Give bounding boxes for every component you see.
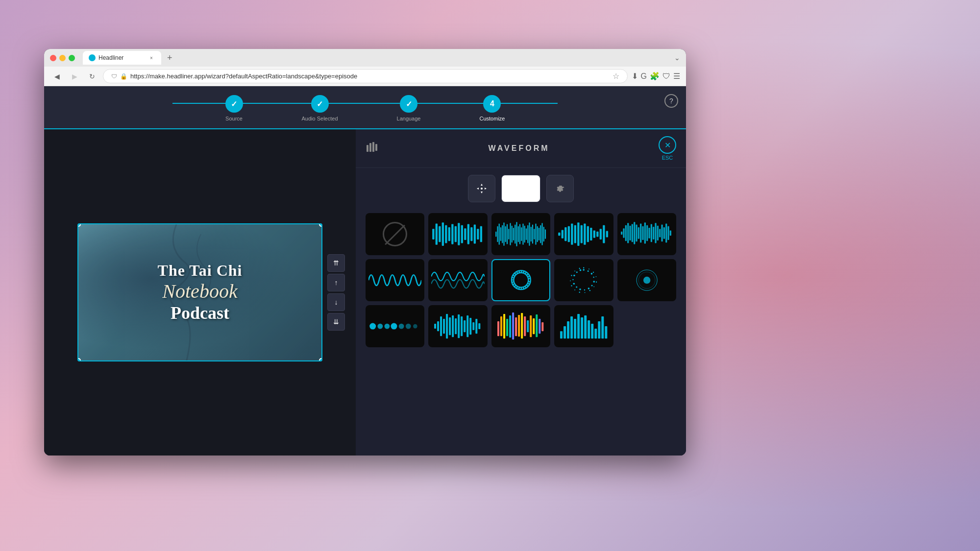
move-up-button[interactable]: ↑: [327, 274, 345, 291]
svg-rect-58: [574, 225, 576, 243]
move-up-top-button[interactable]: ⇈: [327, 254, 345, 272]
svg-point-115: [594, 286, 595, 287]
waveform-double-wave[interactable]: [428, 259, 487, 301]
svg-rect-160: [524, 316, 526, 336]
podcast-title-line1: The Tai Chi: [158, 262, 243, 280]
new-tab-button[interactable]: +: [163, 53, 176, 63]
svg-rect-155: [509, 315, 511, 337]
svg-rect-77: [637, 227, 639, 239]
svg-point-105: [573, 283, 575, 285]
svg-point-103: [579, 288, 581, 290]
step-audio-circle: ✓: [311, 95, 329, 113]
minimize-window-button[interactable]: [59, 55, 66, 61]
svg-rect-57: [571, 223, 573, 244]
settings-tool-button[interactable]: [546, 175, 574, 202]
step-customize[interactable]: 4 Customize: [479, 95, 505, 121]
svg-point-128: [369, 323, 376, 329]
svg-rect-172: [577, 314, 580, 338]
svg-rect-48: [539, 228, 539, 240]
url-bar[interactable]: 🛡 🔒 https://make.headliner.app/wizard?de…: [103, 69, 628, 83]
move-tool-button[interactable]: [468, 175, 495, 202]
svg-point-130: [385, 324, 390, 329]
svg-rect-80: [644, 222, 645, 243]
svg-rect-3: [375, 144, 377, 151]
panel-title: WAVEFORM: [385, 144, 653, 153]
step-language[interactable]: ✓ Language: [397, 95, 421, 121]
download-icon[interactable]: ⬇: [632, 72, 638, 81]
svg-rect-69: [621, 232, 622, 235]
svg-rect-16: [467, 224, 469, 244]
move-down-button[interactable]: ↓: [327, 293, 345, 311]
svg-rect-167: [560, 331, 563, 338]
waveform-ring[interactable]: [491, 259, 550, 301]
svg-rect-26: [503, 222, 504, 246]
svg-rect-72: [627, 223, 629, 243]
podcast-title-line2: Notebook: [158, 280, 243, 303]
tab-collapse-button[interactable]: ⌄: [674, 54, 680, 62]
svg-point-133: [406, 324, 411, 329]
podcast-card-container[interactable]: The Tai Chi Notebook Podcast: [77, 223, 322, 361]
esc-close-button[interactable]: ✕: [659, 136, 676, 154]
browser-tab-headliner[interactable]: Headliner ×: [83, 51, 161, 65]
waveform-dot-row[interactable]: [366, 305, 424, 347]
extensions-icon[interactable]: 🧩: [650, 72, 660, 81]
svg-rect-146: [467, 315, 469, 337]
step-audio-selected[interactable]: ✓ Audio Selected: [302, 95, 338, 121]
svg-point-95: [583, 269, 585, 271]
svg-point-121: [570, 280, 571, 281]
svg-rect-142: [455, 318, 457, 334]
waveform-thin-ring[interactable]: [617, 259, 676, 301]
svg-point-106: [573, 279, 574, 280]
back-button[interactable]: ◀: [50, 70, 64, 83]
resize-handle-bottom-left[interactable]: [77, 358, 81, 361]
svg-rect-43: [530, 227, 531, 241]
waveform-mid-bars[interactable]: [428, 305, 487, 347]
svg-rect-147: [470, 318, 472, 335]
svg-rect-11: [452, 224, 454, 244]
podcast-text: The Tai Chi Notebook Podcast: [153, 257, 247, 328]
resize-handle-bottom-right[interactable]: [319, 358, 322, 361]
svg-point-127: [643, 277, 650, 284]
svg-rect-76: [636, 224, 637, 241]
svg-rect-46: [535, 223, 536, 244]
close-window-button[interactable]: [50, 55, 56, 61]
waveform-thin-bars[interactable]: [617, 213, 676, 255]
bookmark-icon[interactable]: ☆: [612, 72, 619, 81]
svg-rect-149: [476, 319, 478, 334]
svg-point-123: [574, 270, 575, 271]
waveform-dense-bars[interactable]: [491, 213, 550, 255]
waveform-dot-circle[interactable]: [554, 259, 613, 301]
svg-rect-30: [510, 223, 511, 245]
waveform-center-bars[interactable]: [554, 213, 613, 255]
refresh-button[interactable]: ↻: [85, 70, 99, 83]
svg-rect-64: [593, 230, 595, 238]
svg-rect-61: [584, 223, 586, 244]
svg-rect-144: [461, 316, 463, 336]
waveform-classic-bars[interactable]: [428, 213, 487, 255]
svg-point-111: [588, 268, 589, 269]
move-down-bottom-button[interactable]: ⇊: [327, 313, 345, 331]
svg-point-131: [391, 323, 397, 329]
svg-rect-7: [439, 226, 441, 242]
waveform-none[interactable]: [366, 213, 424, 255]
waveform-partial-bars[interactable]: [554, 305, 613, 347]
waveform-grid: [356, 209, 686, 455]
svg-rect-20: [480, 226, 482, 242]
maximize-window-button[interactable]: [69, 55, 75, 61]
svg-rect-18: [474, 224, 476, 243]
shield-icon[interactable]: 🛡: [662, 72, 670, 81]
resize-handle-top-right[interactable]: [319, 223, 322, 227]
svg-rect-1: [369, 143, 371, 152]
step-source[interactable]: ✓ Source: [225, 95, 243, 121]
panel-header: WAVEFORM ✕ ESC: [356, 129, 686, 168]
tab-close-button[interactable]: ×: [147, 54, 155, 62]
waveform-color-bars[interactable]: [491, 305, 550, 347]
svg-point-114: [596, 281, 597, 282]
profile-icon[interactable]: G: [641, 72, 647, 81]
waveform-simple-wave[interactable]: [366, 259, 424, 301]
no-waveform-icon: [383, 222, 407, 246]
menu-icon[interactable]: ☰: [673, 72, 680, 81]
help-button[interactable]: ?: [664, 94, 678, 108]
color-picker-button[interactable]: [501, 175, 540, 202]
svg-rect-41: [527, 225, 528, 243]
